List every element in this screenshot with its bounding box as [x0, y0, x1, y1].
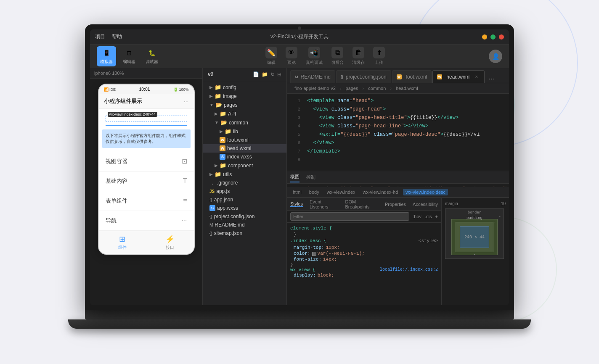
tab-close-head-wxml[interactable]: × [473, 74, 480, 80]
window-close[interactable] [499, 34, 504, 40]
styles-tab-event-listeners[interactable]: Event Listeners [310, 199, 339, 209]
box-padding-layer: 240 × 44 [456, 222, 493, 252]
line-content-5: <wx:if="{{desc}}" class="page-head-desc"… [307, 131, 480, 139]
tree-item-app-js[interactable]: JS app.js [203, 187, 286, 195]
styles-content: element.style { } .index-desc { <sty [287, 223, 441, 305]
phone-menu-label-3: 导航 [106, 217, 117, 224]
styles-tab-accessibility[interactable]: Accessibility [413, 202, 438, 207]
code-content[interactable]: 1 <template name="head"> 2 <view class="… [287, 94, 509, 171]
styles-filter-input[interactable] [290, 212, 409, 221]
el-crumb-wx-view-hd[interactable]: wx-view.index-hd [360, 189, 401, 195]
element-highlight-label: wx-view.index-desc 240×44 [108, 112, 157, 117]
editor-icon: ⊡ [124, 48, 134, 58]
tree-item-api[interactable]: ▶ 📁 API [203, 109, 286, 118]
el-crumb-html[interactable]: html [290, 189, 304, 195]
tree-item-utils[interactable]: ▶ 📁 utils [203, 170, 286, 179]
app-main: iphone6 100% 📶 IDE 10:01 🔋 100% [90, 68, 509, 305]
phone-tab-api[interactable]: ⚡ 接口 [165, 235, 175, 251]
color-swatch [312, 252, 316, 256]
panel-tab-control[interactable]: 控制 [306, 172, 315, 182]
el-crumb-wx-view-desc[interactable]: wx-view.index-desc [403, 189, 448, 195]
style-rule-element-close: } [290, 232, 438, 237]
style-source-wx-view[interactable]: localfile:/.index.css:2 [380, 267, 438, 272]
phone-tab-components[interactable]: ⊞ 组件 [118, 235, 127, 251]
line-num-2: 2 [290, 106, 300, 113]
new-folder-icon[interactable]: 📁 [262, 71, 268, 77]
action-clear-cache[interactable]: 🗑 清缓存 [352, 47, 365, 66]
tree-item-component[interactable]: ▶ 📁 component [203, 161, 286, 170]
action-device-debug[interactable]: 📲 真机调试 [306, 47, 323, 66]
tree-item-common[interactable]: ▼ 📂 common [203, 118, 286, 127]
class-filter-btn[interactable]: .cls [425, 214, 432, 219]
phone-frame: 📶 IDE 10:01 🔋 100% 小程序组件展示 ··· [98, 84, 195, 255]
toolbar-debugger-btn[interactable]: 🐛 调试器 [142, 46, 162, 66]
api-tab-label: 接口 [166, 245, 174, 251]
window-minimize[interactable] [482, 34, 487, 40]
el-crumb-body[interactable]: body [307, 189, 322, 195]
preview-label: 预览 [287, 60, 296, 66]
add-style-btn[interactable]: + [435, 214, 438, 219]
styles-tab-dom-breakpoints[interactable]: DOM Breakpoints [345, 199, 378, 209]
tree-item-project-config[interactable]: {} project.config.json [203, 212, 286, 221]
styles-tab-properties[interactable]: Properties [385, 202, 406, 207]
toolbar-editor-btn[interactable]: ⊡ 编辑器 [119, 46, 139, 66]
tab-foot-wxml[interactable]: W foot.wxml [392, 70, 432, 83]
style-rule-index-desc-close: } [290, 262, 438, 267]
tree-item-lib[interactable]: ▶ 📁 lib [203, 127, 286, 136]
menu-help[interactable]: 帮助 [112, 33, 122, 40]
tab-project-config[interactable]: {} project.config.json [336, 70, 391, 83]
line-content-2: <view class="page-head"> [307, 106, 386, 113]
phone-menu-icon-3: ··· [181, 217, 187, 224]
tree-label-head-wxml: head.wxml [227, 145, 251, 151]
tree-item-head-wxml[interactable]: W head.wxml [203, 144, 286, 153]
collapse-icon[interactable]: ⊟ [277, 71, 281, 77]
tree-arrow-lib: ▶ [220, 129, 223, 134]
action-edit[interactable]: ✏️ 编辑 [265, 47, 277, 66]
user-avatar[interactable]: 👤 [489, 50, 502, 63]
code-line-5: 5 <wx:if="{{desc}}" class="page-head-des… [287, 131, 509, 139]
status-left: 📶 IDE [104, 87, 116, 92]
new-file-icon[interactable]: 📄 [253, 71, 259, 77]
tree-item-foot-wxml[interactable]: W foot.wxml [203, 136, 286, 144]
style-rule-index-desc-header: .index-desc { <style> [290, 237, 438, 245]
window-maximize[interactable] [490, 34, 496, 40]
menu-project[interactable]: 项目 [95, 33, 105, 40]
phone-menu-dots[interactable]: ··· [184, 98, 189, 105]
tab-readme[interactable]: M README.md [290, 70, 335, 83]
tree-item-config[interactable]: ▶ 📁 config [203, 83, 286, 92]
tree-item-app-json[interactable]: {} app.json [203, 195, 286, 204]
styles-tab-styles[interactable]: Styles [290, 201, 303, 207]
toolbar-simulator-btn[interactable]: 📱 模拟器 [97, 46, 116, 66]
tab-more-btn[interactable]: ··· [489, 75, 494, 83]
box-bottom-dash: - [473, 253, 475, 257]
tree-item-index-wxss[interactable]: S index.wxss [203, 153, 286, 161]
status-time: 10:01 [139, 87, 150, 92]
phone-menu-item-1: 基础内容 T [99, 171, 194, 191]
style-selector-index-desc: .index-desc { [290, 238, 326, 243]
tree-item-app-wxss[interactable]: S app.wxss [203, 204, 286, 212]
breadcrumb-item-2[interactable]: common [366, 85, 388, 92]
editor-tab-bar: M README.md {} project.config.json W foo… [287, 68, 509, 83]
tree-item-readme[interactable]: M README.md [203, 221, 286, 229]
tree-item-image[interactable]: ▶ 📁 image [203, 92, 286, 100]
el-crumb-wx-view-index[interactable]: wx-view.index [324, 189, 358, 195]
box-margin-text: margin [445, 201, 458, 206]
action-upload[interactable]: ⬆ 上传 [373, 47, 385, 66]
phone-menu-label-2: 表单组件 [106, 197, 127, 205]
action-background[interactable]: ⧉ 切后台 [331, 47, 344, 66]
hover-filter-btn[interactable]: :hov [413, 214, 421, 219]
breadcrumb-item-1[interactable]: pages [343, 85, 361, 92]
refresh-icon[interactable]: ↻ [270, 71, 275, 77]
tree-item-sitemap[interactable]: {} sitemap.json [203, 229, 286, 237]
breadcrumb-item-3[interactable]: head.wxml [393, 85, 421, 92]
tab-head-wxml[interactable]: W head.wxml × [432, 70, 484, 83]
breadcrumb-item-0[interactable]: fino-applet-demo-v2 [292, 85, 338, 92]
breadcrumb-sep-0: › [340, 86, 342, 91]
editor-label: 编辑器 [123, 59, 135, 65]
edit-label: 编辑 [267, 60, 276, 66]
tree-item-pages[interactable]: ▼ 📂 pages [203, 100, 286, 109]
panel-tab-overview[interactable]: 概图 [290, 172, 300, 182]
tree-item-gitignore[interactable]: . .gitignore [203, 179, 286, 187]
action-preview[interactable]: 👁 预览 [286, 47, 297, 66]
line-content-7: </template> [307, 148, 340, 156]
